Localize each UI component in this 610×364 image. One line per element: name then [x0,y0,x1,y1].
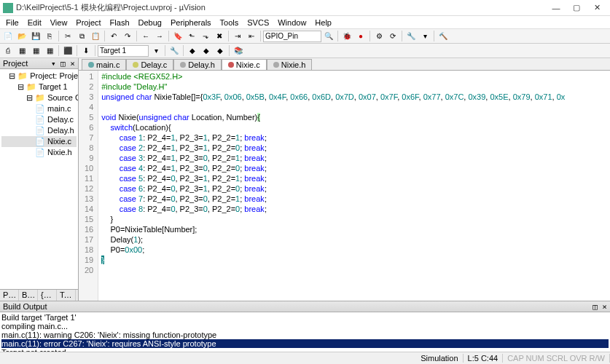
target-dropdown-icon[interactable]: ▾ [149,44,163,57]
menu-tools[interactable]: Tools [216,18,243,27]
fwd-icon[interactable]: → [153,30,166,42]
project-tree[interactable]: ⊟ 📁 Project: Project ⊟ 📁 Target 1 ⊟ 📁 So… [0,69,78,289]
project-bottom-tab[interactable]: {} Fu... [38,290,57,301]
bookmark-clear-icon[interactable]: ✖ [213,30,226,42]
bookmark-next-icon[interactable]: ⬎ [199,30,212,42]
menu-help[interactable]: Help [310,18,336,27]
project-pane-header: Project ▾ ◫ × [0,58,78,69]
configure-icon[interactable]: 🔨 [437,30,450,42]
save-icon[interactable]: 💾 [29,30,42,42]
tree-file[interactable]: 📄 Delay.h [1,125,77,136]
menu-file[interactable]: File [1,18,23,27]
download-icon[interactable]: ⬇ [79,44,93,57]
manage3-icon[interactable]: ◆ [214,44,227,57]
close-button[interactable]: ✕ [587,1,607,15]
new-file-icon[interactable]: 📄 [1,30,15,42]
menu-window[interactable]: Window [273,18,310,27]
batch-build-icon[interactable]: ▦ [43,44,56,57]
minimize-button[interactable]: — [546,1,566,15]
build-icon[interactable]: ⚙ [372,30,386,42]
debug-icon[interactable]: 🐞 [340,30,353,42]
project-bottom-tabs: Pr...Bo...{} Fu...Te... [0,289,78,301]
tree-file[interactable]: 📄 Nixie.c [1,136,77,147]
manage-icon[interactable]: ◆ [186,44,199,57]
project-bottom-tab[interactable]: Te... [57,290,76,301]
editor-tab[interactable]: Nixie.c [222,59,267,70]
tree-file[interactable]: 📄 main.c [1,103,77,114]
code-editor[interactable]: 1234567891011121314151617181920 #include… [79,71,610,301]
outdent-icon[interactable]: ⇤ [245,30,258,42]
arrow-down-icon[interactable]: ▾ [418,30,431,42]
indent-icon[interactable]: ⇥ [231,30,244,42]
target-select[interactable] [98,45,149,57]
line-gutter: 1234567891011121314151617181920 [79,71,98,301]
app-icon [3,3,13,13]
find-combo[interactable] [263,31,321,42]
editor-area: main.cDelay.cDelay.hNixie.cNixie.h 12345… [79,58,610,301]
tree-root[interactable]: ⊟ 📁 Project: Project [1,71,77,82]
translate-icon[interactable]: ⎙ [1,44,15,57]
status-position: L:5 C:44 [464,354,504,363]
menu-edit[interactable]: Edit [23,18,46,27]
build-output-pane: Build Output ◫ × Build target 'Target 1'… [0,301,610,352]
project-pane-close-icon[interactable]: ▾ ◫ × [51,59,75,68]
editor-tabs: main.cDelay.cDelay.hNixie.cNixie.h [79,58,610,71]
build-toolbar: ⎙ ▦ ▦ ▦ ⬛ ⬇ ▾ 🔧 ◆ ◆ ◆ 📚 [0,44,610,58]
bookmark-icon[interactable]: 🔖 [171,30,184,42]
code-content[interactable]: #include <REGX52.H>#include "Delay.H"uns… [98,71,565,301]
cut-icon[interactable]: ✂ [61,30,74,42]
editor-tab[interactable]: Delay.c [126,59,173,70]
build-output-header: Build Output ◫ × [0,301,610,312]
maximize-button[interactable]: ▢ [566,1,587,15]
save-all-icon[interactable]: ⎘ [43,30,56,42]
project-pane-title: Project [3,59,28,68]
editor-tab[interactable]: Nixie.h [267,59,313,70]
main-toolbar: 📄 📂 💾 ⎘ ✂ ⧉ 📋 ↶ ↷ ← → 🔖 ⬑ ⬎ ✖ ⇥ ⇤ 🔍 🐞 ● … [0,29,610,44]
main-area: Project ▾ ◫ × ⊟ 📁 Project: Project ⊟ 📁 T… [0,58,610,301]
back-icon[interactable]: ← [139,30,152,42]
menubar: FileEditViewProjectFlashDebugPeripherals… [0,16,610,29]
books-icon[interactable]: 📚 [232,44,245,57]
target-options-icon[interactable]: 🔧 [404,30,418,42]
statusbar: Simulation L:5 C:44 CAP NUM SCRL OVR R/W [0,352,610,364]
status-sim: Simulation [416,354,463,363]
find-icon[interactable]: 🔍 [322,30,335,42]
undo-icon[interactable]: ↶ [107,30,120,42]
build-output-text[interactable]: Build target 'Target 1'compiling main.c.… [0,312,610,352]
build-output-close-icon[interactable]: ◫ × [593,302,607,312]
menu-project[interactable]: Project [71,18,105,27]
redo-icon[interactable]: ↷ [121,30,134,42]
editor-tab[interactable]: main.c [82,59,126,70]
manage2-icon[interactable]: ◆ [200,44,213,57]
breakpoint-icon[interactable]: ● [354,30,367,42]
rebuild-all-icon[interactable]: ▦ [29,44,42,57]
paste-icon[interactable]: 📋 [89,30,102,42]
window-title: D:\KeilProject\5-1 模块化编程\Project.uvproj … [16,2,546,13]
bookmark-prev-icon[interactable]: ⬑ [185,30,198,42]
open-file-icon[interactable]: 📂 [15,30,28,42]
project-bottom-tab[interactable]: Bo... [19,290,38,301]
rebuild-icon[interactable]: ⟳ [386,30,399,42]
build-target-icon[interactable]: ▦ [15,44,28,57]
tree-group[interactable]: ⊟ 📁 Source Group 1 [1,92,77,103]
project-pane: Project ▾ ◫ × ⊟ 📁 Project: Project ⊟ 📁 T… [0,58,79,301]
menu-flash[interactable]: Flash [106,18,134,27]
menu-debug[interactable]: Debug [134,18,166,27]
build-output-title: Build Output [3,302,47,311]
menu-peripherals[interactable]: Peripherals [166,18,216,27]
copy-icon[interactable]: ⧉ [75,30,88,42]
menu-svcs[interactable]: SVCS [243,18,273,27]
status-keys: CAP NUM SCRL OVR R/W [503,354,610,363]
editor-tab[interactable]: Delay.h [173,59,221,70]
titlebar: D:\KeilProject\5-1 模块化编程\Project.uvproj … [0,0,610,16]
tree-target[interactable]: ⊟ 📁 Target 1 [1,82,77,92]
menu-view[interactable]: View [46,18,72,27]
stop-build-icon[interactable]: ⬛ [61,44,74,57]
options-icon[interactable]: 🔧 [168,44,181,57]
tree-file[interactable]: 📄 Delay.c [1,114,77,125]
tree-file[interactable]: 📄 Nixie.h [1,147,77,158]
project-bottom-tab[interactable]: Pr... [0,290,19,301]
